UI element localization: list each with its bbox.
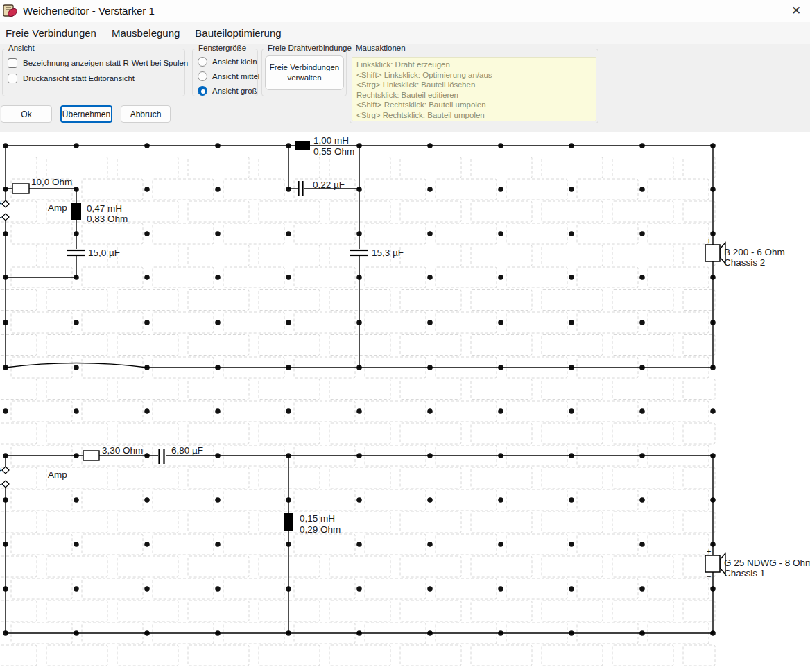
connection-dot[interactable]	[356, 586, 362, 592]
connection-dot[interactable]	[74, 408, 79, 414]
menu-item-3[interactable]: Bauteiloptimierung	[187, 22, 288, 44]
abbruch-button[interactable]: Abbruch	[121, 105, 171, 123]
resistor-symbol[interactable]	[12, 184, 29, 193]
connection-dot[interactable]	[498, 497, 503, 503]
connection-dot[interactable]	[427, 586, 433, 592]
connection-dot[interactable]	[286, 275, 291, 280]
connection-dot[interactable]	[144, 497, 150, 503]
connection-dot[interactable]	[356, 497, 362, 503]
connection-dot[interactable]	[427, 542, 433, 547]
connection-dot[interactable]	[498, 408, 503, 414]
connection-dot[interactable]	[144, 231, 150, 236]
connection-dot[interactable]	[74, 320, 79, 325]
menu-item-1[interactable]: Freie Verbindungen	[0, 22, 104, 44]
menu-item-2[interactable]: Mausbelegung	[104, 22, 187, 44]
connection-dot[interactable]	[569, 542, 574, 547]
connection-dot[interactable]	[215, 275, 221, 280]
radio-selected[interactable]	[198, 86, 207, 96]
connection-dot[interactable]	[144, 187, 150, 192]
connection-dot[interactable]	[144, 320, 150, 325]
connection-dot[interactable]	[144, 586, 150, 592]
connection-dot[interactable]	[498, 231, 503, 236]
connection-dot[interactable]	[569, 231, 574, 236]
inductor-symbol[interactable]	[295, 141, 310, 150]
speaker-plus-sign: +	[707, 547, 711, 555]
schematic-canvas[interactable]: 10,0 Ohm3,30 Ohm1,00 mH0,55 Ohm0,47 mH0,…	[0, 132, 810, 672]
amp-terminal[interactable]	[2, 481, 9, 488]
freie-verbindungen-verwalten-button[interactable]: Freie Verbindungen verwalten	[265, 55, 344, 90]
placement-slot	[365, 179, 426, 200]
connection-dot[interactable]	[74, 542, 79, 547]
connection-dot[interactable]	[427, 320, 433, 325]
connection-dot[interactable]	[3, 408, 8, 414]
connection-dot[interactable]	[569, 187, 574, 192]
connection-dot[interactable]	[639, 586, 645, 592]
resistor-symbol[interactable]	[83, 451, 99, 460]
connection-dot[interactable]	[427, 408, 433, 414]
connection-dot[interactable]	[639, 231, 645, 236]
group-fenstergroesse-title: Fenstergröße	[196, 44, 248, 52]
speaker-symbol[interactable]	[705, 555, 720, 572]
connection-dot[interactable]	[427, 231, 433, 236]
connection-dot[interactable]	[427, 497, 433, 503]
connection-dot[interactable]	[639, 275, 645, 280]
connection-dot[interactable]	[356, 542, 362, 547]
connection-dot[interactable]	[286, 231, 291, 236]
connection-dot[interactable]	[569, 497, 574, 503]
radio[interactable]	[198, 57, 207, 67]
connection-dot[interactable]	[74, 586, 79, 592]
connection-dot[interactable]	[569, 408, 574, 414]
connection-dot[interactable]	[427, 275, 433, 280]
placement-slot	[400, 512, 461, 533]
connection-dot[interactable]	[639, 497, 645, 503]
uebernehmen-button[interactable]: Übernehmen	[60, 105, 112, 123]
connection-dot[interactable]	[144, 408, 150, 414]
radio-row-2[interactable]: Ansicht mittel	[198, 71, 259, 82]
connection-dot[interactable]	[639, 542, 645, 547]
connection-dot[interactable]	[639, 320, 645, 325]
radio-row-3[interactable]: Ansicht groß	[198, 85, 257, 96]
connection-dot[interactable]	[144, 275, 150, 280]
connection-dot[interactable]	[215, 187, 221, 192]
checkbox-row-2[interactable]: Druckansicht statt Editoransicht	[8, 73, 135, 84]
connection-dot[interactable]	[498, 542, 503, 547]
inductor-symbol[interactable]	[71, 203, 81, 220]
connection-dot[interactable]	[215, 408, 221, 414]
connection-dot[interactable]	[639, 408, 645, 414]
connection-dot[interactable]	[498, 275, 503, 280]
connection-dot[interactable]	[74, 497, 79, 503]
connection-dot[interactable]	[286, 408, 291, 414]
radio[interactable]	[198, 71, 207, 81]
schematic-svg[interactable]: 10,0 Ohm3,30 Ohm1,00 mH0,55 Ohm0,47 mH0,…	[0, 132, 810, 672]
placement-slot	[471, 290, 532, 311]
connection-dot[interactable]	[569, 275, 574, 280]
connection-dot[interactable]	[569, 586, 574, 592]
connection-dot[interactable]	[144, 542, 150, 547]
connection-dot[interactable]	[639, 187, 645, 192]
placement-slot	[542, 645, 603, 666]
connection-dot[interactable]	[498, 320, 503, 325]
connection-dot[interactable]	[215, 231, 221, 236]
connection-dot[interactable]	[215, 320, 221, 325]
speaker-symbol[interactable]	[705, 245, 720, 261]
connection-dot[interactable]	[286, 320, 291, 325]
checkbox[interactable]	[8, 74, 17, 83]
close-icon[interactable]: ✕	[786, 2, 806, 20]
connection-dot[interactable]	[710, 408, 716, 414]
connection-dot[interactable]	[215, 586, 221, 592]
inductor-symbol[interactable]	[284, 513, 293, 531]
connection-dot[interactable]	[569, 320, 574, 325]
placement-slot	[259, 645, 320, 666]
connection-dot[interactable]	[427, 187, 433, 192]
checkbox-row-1[interactable]: Bezeichnung anzeigen statt R-Wert bei Sp…	[8, 58, 188, 69]
amp-terminal[interactable]	[2, 214, 9, 221]
connection-dot[interactable]	[215, 542, 221, 547]
connection-dot[interactable]	[498, 187, 503, 192]
ok-button[interactable]: Ok	[1, 105, 52, 123]
radio-row-1[interactable]: Ansicht klein	[198, 56, 257, 67]
connection-dot[interactable]	[356, 408, 362, 414]
checkbox[interactable]	[8, 58, 17, 68]
connection-dot[interactable]	[74, 365, 79, 370]
connection-dot[interactable]	[498, 586, 503, 592]
connection-dot[interactable]	[215, 497, 221, 503]
